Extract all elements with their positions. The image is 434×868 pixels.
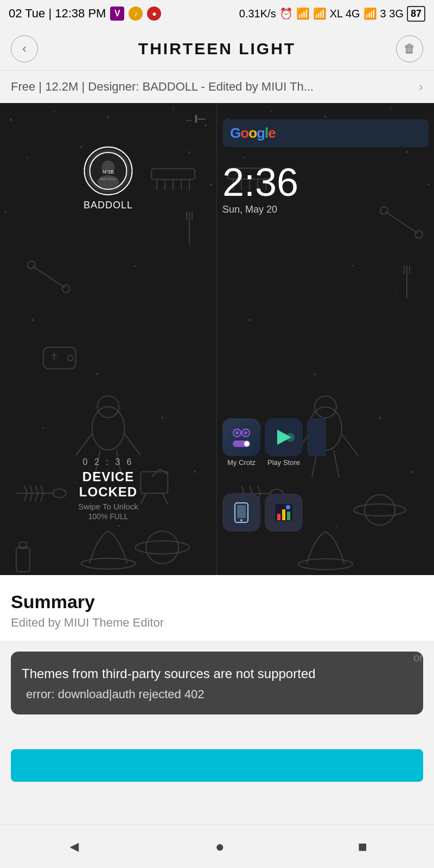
app-icon-playstore[interactable]: Play Store <box>265 418 303 467</box>
svg-text:BAD DOLL: BAD DOLL <box>100 177 117 181</box>
svg-rect-124 <box>277 514 280 520</box>
svg-point-73 <box>406 151 408 153</box>
svg-line-104 <box>258 486 260 494</box>
info-arrow-icon: › <box>419 79 423 94</box>
svg-point-11 <box>135 265 136 267</box>
svg-rect-121 <box>237 505 246 518</box>
summary-subtitle: Edited by MIUI Theme Editor <box>11 616 423 630</box>
battery-indicator: 87 <box>407 6 425 22</box>
svg-point-109 <box>380 207 388 214</box>
home-clock-area: 2:36 Sun, May 20 <box>222 163 298 215</box>
download-button[interactable] <box>11 749 423 782</box>
app-icon-chart[interactable] <box>265 494 303 532</box>
svg-rect-55 <box>16 547 30 572</box>
phone-icon-bg <box>222 494 260 532</box>
back-icon: ‹ <box>22 42 26 56</box>
error-toast: Themes from third-party sources are not … <box>11 652 423 714</box>
status-right: 0.31K/s ⏰ 📶 📶 XL 4G 📶 3 3G 87 <box>239 6 425 22</box>
svg-point-12 <box>31 319 34 321</box>
home-clock: 2:36 <box>222 163 298 202</box>
back-button[interactable]: ‹ <box>11 35 38 62</box>
svg-point-4 <box>205 124 207 126</box>
theme-preview: ... ‖— N°2B BAD DOLL <box>0 103 434 575</box>
svg-line-102 <box>241 486 244 494</box>
svg-point-30 <box>28 261 35 269</box>
svg-point-14 <box>97 373 99 375</box>
lock-screen-preview: ... ‖— N°2B BAD DOLL <box>0 103 217 575</box>
lock-username: BADDOLL <box>84 200 133 211</box>
svg-rect-32 <box>43 347 76 369</box>
background-text: or <box>413 652 423 664</box>
svg-point-116 <box>244 431 247 435</box>
svg-point-53 <box>146 531 178 564</box>
svg-point-78 <box>395 292 397 293</box>
svg-line-59 <box>162 493 168 504</box>
lock-header: ... ‖— <box>5 114 211 123</box>
svg-point-18 <box>194 470 196 473</box>
nav-recent-button[interactable]: ■ <box>342 833 384 861</box>
google-search-bar[interactable]: Google <box>222 119 429 147</box>
app-icon-s[interactable] <box>307 418 326 467</box>
svg-line-51 <box>41 493 43 501</box>
lock-avatar-area: N°2B BAD DOLL BADDOLL <box>84 146 133 211</box>
svg-line-44 <box>24 485 27 493</box>
svg-point-77 <box>248 319 251 321</box>
svg-line-48 <box>24 493 27 501</box>
svg-line-50 <box>35 493 38 501</box>
svg-point-15 <box>42 427 44 429</box>
svg-point-5 <box>26 157 28 158</box>
svg-line-49 <box>30 493 33 501</box>
bottom-navigation: ◄ ● ■ <box>0 825 434 868</box>
page-title: THIRTEEN LIGHT <box>138 40 296 58</box>
vivaldi-icon: V <box>110 7 124 21</box>
svg-point-1 <box>53 111 55 113</box>
svg-point-19 <box>118 525 120 527</box>
lock-dots: ... ‖— <box>186 114 206 123</box>
summary-title: Summary <box>11 591 423 612</box>
svg-point-20 <box>92 407 125 450</box>
svg-point-54 <box>135 541 189 554</box>
status-time: 02 Tue | 12:38 PM <box>9 7 106 21</box>
network-label1: XL 4G <box>330 8 360 20</box>
svg-point-127 <box>286 505 290 509</box>
svg-point-13 <box>178 292 179 293</box>
signal-icon2: 📶 <box>363 7 377 20</box>
mycrotz-label: My Crotz <box>227 458 256 467</box>
svg-point-110 <box>415 231 423 238</box>
status-left: 02 Tue | 12:38 PM V ♪ ● <box>9 7 161 21</box>
svg-line-23 <box>124 434 141 456</box>
app-icon-mycrotz[interactable]: My Crotz <box>222 418 260 467</box>
error-detail-text: error: download|auth rejected 402 <box>22 687 412 701</box>
mycrotz-icon-bg <box>222 418 260 456</box>
svg-point-122 <box>240 519 242 521</box>
record-icon: ● <box>147 7 161 21</box>
svg-point-6 <box>80 146 82 148</box>
summary-section: Summary Edited by MIUI Theme Editor <box>0 575 434 641</box>
nav-back-button[interactable]: ◄ <box>50 833 98 861</box>
svg-point-68 <box>271 111 272 112</box>
delete-icon: 🗑 <box>404 42 416 56</box>
google-logo: Google <box>230 125 276 142</box>
svg-point-70 <box>390 108 392 110</box>
svg-point-118 <box>244 441 250 446</box>
header: ‹ THIRTEEN LIGHT 🗑 <box>0 27 434 71</box>
status-bar: 02 Tue | 12:38 PM V ♪ ● 0.31K/s ⏰ 📶 📶 XL… <box>0 0 434 27</box>
nav-home-button[interactable]: ● <box>199 833 241 861</box>
svg-line-47 <box>41 485 43 493</box>
app-icons-row2 <box>217 494 434 532</box>
svg-rect-126 <box>287 512 290 520</box>
delete-button[interactable]: 🗑 <box>396 35 423 62</box>
svg-point-31 <box>62 285 70 292</box>
info-bar[interactable]: Free | 12.2M | Designer: BADDOLL - Edite… <box>0 71 434 103</box>
svg-point-82 <box>411 471 413 473</box>
music-icon: ♪ <box>129 7 143 21</box>
svg-point-72 <box>244 157 245 158</box>
svg-text:N°2B: N°2B <box>103 169 114 175</box>
lock-time-small: 0 2 : 3 6 <box>54 457 163 467</box>
chart-icon-bg <box>265 494 303 532</box>
svg-line-29 <box>33 266 65 288</box>
lock-avatar: N°2B BAD DOLL <box>84 146 132 195</box>
svg-line-45 <box>30 485 33 493</box>
app-icon-phone[interactable] <box>222 494 260 532</box>
action-bar <box>0 749 434 795</box>
